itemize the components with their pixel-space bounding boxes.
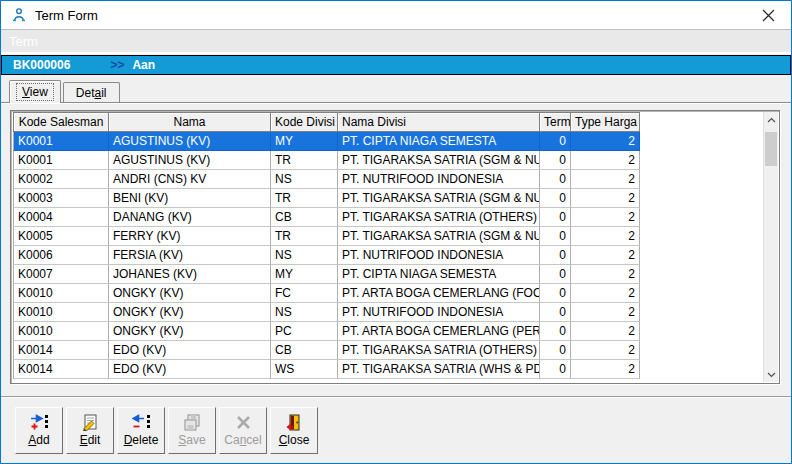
table-cell: PT. NUTRIFOOD INDONESIA: [338, 170, 540, 189]
table-cell: 0: [540, 132, 571, 151]
table-cell: PT. TIGARAKSA SATRIA (WHS & PDG): [338, 360, 540, 379]
table-cell: TR: [271, 151, 338, 170]
table-cell: 0: [540, 284, 571, 303]
edit-icon: [81, 414, 99, 432]
table-cell: ANDRI (CNS) KV: [109, 170, 271, 189]
view-tab-page: Kode SalesmanNamaKode DivisiNama DivisiT…: [1, 102, 791, 396]
grid-header-row: Kode SalesmanNamaKode DivisiNama DivisiT…: [13, 112, 763, 132]
table-row[interactable]: K0014EDO (KV)WSPT. TIGARAKSA SATRIA (WHS…: [13, 360, 763, 379]
table-cell: K0001: [13, 151, 109, 170]
table-cell: 2: [571, 284, 640, 303]
table-cell: PT. ARTA BOGA CEMERLANG (PERSON: [338, 322, 540, 341]
vertical-scrollbar[interactable]: [763, 112, 778, 382]
table-row[interactable]: K0002ANDRI (CNS) KVNSPT. NUTRIFOOD INDON…: [13, 170, 763, 189]
table-cell: ONGKY (KV): [109, 284, 271, 303]
table-cell: TR: [271, 189, 338, 208]
close-button[interactable]: [746, 1, 791, 29]
edit-button-label: Edit: [80, 434, 101, 447]
table-cell: K0014: [13, 360, 109, 379]
table-cell: K0003: [13, 189, 109, 208]
table-cell: 0: [540, 265, 571, 284]
record-bar-wrap: BK000006 >> Aan: [1, 54, 791, 75]
table-cell: 0: [540, 246, 571, 265]
delete-icon: [132, 414, 151, 432]
door-exit-icon: [286, 414, 302, 432]
delete-button[interactable]: Delete: [117, 407, 165, 454]
table-cell: PT. TIGARAKSA SATRIA (OTHERS): [338, 208, 540, 227]
table-cell: PC: [271, 322, 338, 341]
scroll-up-button[interactable]: [764, 112, 778, 127]
chevron-down-icon: [767, 372, 776, 378]
close-button-toolbar[interactable]: Close: [270, 407, 318, 454]
table-cell: PT. ARTA BOGA CEMERLANG (FOOD): [338, 284, 540, 303]
table-row[interactable]: K0010ONGKY (KV)NSPT. NUTRIFOOD INDONESIA…: [13, 303, 763, 322]
table-cell: K0002: [13, 170, 109, 189]
cancel-button[interactable]: Cancel: [219, 407, 267, 454]
term-caption-label: Term: [9, 34, 38, 49]
edit-button[interactable]: Edit: [66, 407, 114, 454]
table-cell: NS: [271, 170, 338, 189]
tab-view[interactable]: View: [9, 80, 61, 103]
button-toolbar: Add Edit Delete: [1, 396, 791, 463]
grid-column-header: Kode Divisi: [271, 112, 338, 132]
table-row[interactable]: K0001AGUSTINUS (KV)MYPT. CIPTA NIAGA SEM…: [13, 132, 763, 151]
grid-column-header: Kode Salesman: [13, 112, 109, 132]
table-cell: 2: [571, 170, 640, 189]
table-cell: 2: [571, 227, 640, 246]
table-cell: EDO (KV): [109, 341, 271, 360]
table-cell: K0006: [13, 246, 109, 265]
table-row[interactable]: K0010ONGKY (KV)FCPT. ARTA BOGA CEMERLANG…: [13, 284, 763, 303]
record-bar: BK000006 >> Aan: [1, 55, 791, 75]
table-cell: AGUSTINUS (KV): [109, 132, 271, 151]
chevron-up-icon: [767, 117, 776, 123]
table-cell: 0: [540, 341, 571, 360]
table-cell: AGUSTINUS (KV): [109, 151, 271, 170]
table-cell: MY: [271, 265, 338, 284]
scrollbar-thumb[interactable]: [765, 132, 777, 166]
table-cell: 0: [540, 360, 571, 379]
table-row[interactable]: K0005FERRY (KV)TRPT. TIGARAKSA SATRIA (S…: [13, 227, 763, 246]
add-button[interactable]: Add: [15, 407, 63, 454]
table-row[interactable]: K0001AGUSTINUS (KV)TRPT. TIGARAKSA SATRI…: [13, 151, 763, 170]
close-button-label: Close: [279, 434, 310, 447]
table-row[interactable]: K0004DANANG (KV)CBPT. TIGARAKSA SATRIA (…: [13, 208, 763, 227]
table-cell: 0: [540, 303, 571, 322]
person-form-icon: [11, 7, 27, 23]
table-row[interactable]: K0007JOHANES (KV)MYPT. CIPTA NIAGA SEMES…: [13, 265, 763, 284]
table-cell: FERRY (KV): [109, 227, 271, 246]
table-cell: PT. TIGARAKSA SATRIA (OTHERS): [338, 341, 540, 360]
table-cell: 2: [571, 208, 640, 227]
table-cell: K0007: [13, 265, 109, 284]
table-cell: DANANG (KV): [109, 208, 271, 227]
table-cell: 0: [540, 322, 571, 341]
table-cell: PT. CIPTA NIAGA SEMESTA: [338, 132, 540, 151]
table-cell: 2: [571, 341, 640, 360]
salesman-term-grid: Kode SalesmanNamaKode DivisiNama DivisiT…: [10, 110, 780, 384]
table-cell: 2: [571, 132, 640, 151]
delete-button-label: Delete: [124, 434, 159, 447]
table-cell: PT. TIGARAKSA SATRIA (SGM & NUTRIL: [338, 151, 540, 170]
table-row[interactable]: K0010ONGKY (KV)PCPT. ARTA BOGA CEMERLANG…: [13, 322, 763, 341]
title-bar: Term Form: [1, 1, 791, 30]
tab-detail[interactable]: Detail: [63, 82, 120, 102]
table-cell: K0001: [13, 132, 109, 151]
cancel-button-label: Cancel: [224, 434, 261, 447]
table-cell: WS: [271, 360, 338, 379]
table-row[interactable]: K0014EDO (KV)CBPT. TIGARAKSA SATRIA (OTH…: [13, 341, 763, 360]
save-button-label: Save: [178, 434, 205, 447]
table-row[interactable]: K0003BENI (KV)TRPT. TIGARAKSA SATRIA (SG…: [13, 189, 763, 208]
grid-column-header: Term: [540, 112, 571, 132]
table-cell: PT. NUTRIFOOD INDONESIA: [338, 303, 540, 322]
scroll-down-button[interactable]: [764, 367, 778, 382]
record-separator: >>: [110, 58, 124, 72]
save-button[interactable]: Save: [168, 407, 216, 454]
tab-strip: View Detail: [1, 75, 791, 102]
table-cell: MY: [271, 132, 338, 151]
table-cell: 2: [571, 265, 640, 284]
table-cell: NS: [271, 246, 338, 265]
table-row[interactable]: K0006FERSIA (KV)NSPT. NUTRIFOOD INDONESI…: [13, 246, 763, 265]
add-icon: [30, 414, 49, 432]
scrollbar-track[interactable]: [764, 127, 778, 367]
table-cell: 2: [571, 151, 640, 170]
table-cell: EDO (KV): [109, 360, 271, 379]
